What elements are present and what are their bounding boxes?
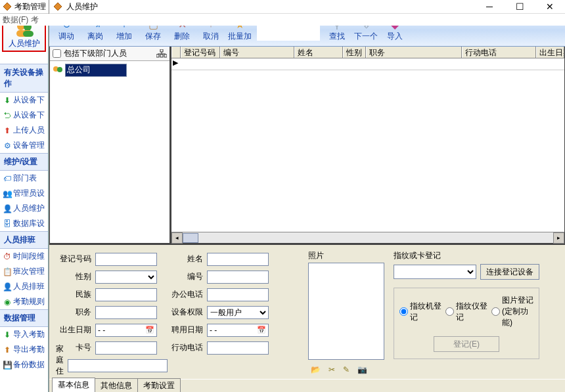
- device-select[interactable]: [394, 265, 476, 279]
- delete-photo-icon[interactable]: ✂: [328, 365, 335, 374]
- form-row: 职务: [56, 303, 168, 321]
- field-input[interactable]: [207, 341, 269, 355]
- grid-column-header[interactable]: 职务: [366, 47, 462, 58]
- tree-root-node[interactable]: 总公司: [53, 64, 167, 77]
- field-input[interactable]: [95, 288, 157, 301]
- camera-icon[interactable]: 📷: [357, 365, 367, 374]
- nav-section-header[interactable]: 有关设备操作: [0, 64, 48, 93]
- nav-item[interactable]: 🏷部门表: [0, 171, 48, 186]
- grid-column-header[interactable]: 性别: [343, 47, 366, 58]
- register-button[interactable]: 登记(E): [434, 336, 499, 352]
- inner-window: 人员维护 ─ ☐ ✕ ↺调动⇥离岗＋增加▢保存✕删除＋取消★批量加⚲查找⇩下一个…: [49, 0, 565, 392]
- detail-tab[interactable]: 基本信息: [52, 378, 95, 392]
- nav-item[interactable]: ⮌从设备下: [0, 108, 48, 123]
- nav-item[interactable]: 🗄数据库设: [0, 216, 48, 231]
- nav-item-icon: 🏷: [3, 174, 12, 183]
- nav-item-icon: ⚙: [3, 141, 12, 150]
- outer-title: 考勤管理: [14, 1, 46, 12]
- form-row: 编号: [168, 268, 299, 286]
- org-chart-icon[interactable]: [156, 49, 167, 58]
- left-nav: 人员维护 有关设备操作⬇从设备下⮌从设备下⬆上传人员⚙设备管理维护/设置🏷部门表…: [0, 26, 49, 392]
- form-row: 性别: [56, 268, 168, 286]
- nav-item[interactable]: ⬇导入考勤: [0, 327, 48, 342]
- nav-item[interactable]: ⬆导出考勤: [0, 342, 48, 357]
- field-input[interactable]: [207, 288, 269, 301]
- nav-item[interactable]: 👤人员排班: [0, 279, 48, 294]
- grid-column-header[interactable]: [171, 47, 181, 58]
- people-icon: [53, 66, 63, 75]
- grid-horizontal-scrollbar[interactable]: ◂ ▸: [171, 232, 564, 243]
- minimize-button[interactable]: ─: [474, 0, 505, 13]
- form-row: 聘用日期 - -📅: [168, 321, 299, 339]
- edit-photo-icon[interactable]: ✎: [343, 365, 350, 374]
- close-button[interactable]: ✕: [535, 0, 565, 13]
- grid-column-header[interactable]: 编号: [220, 47, 295, 58]
- nav-item-icon: 📋: [3, 267, 12, 276]
- field-input[interactable]: [95, 253, 157, 266]
- field-input[interactable]: [95, 306, 157, 319]
- window-titlebar: 人员维护 ─ ☐ ✕: [49, 0, 565, 14]
- field-input[interactable]: [207, 253, 269, 266]
- scroll-right-button[interactable]: ▸: [553, 232, 564, 244]
- outer-menubar[interactable]: 数据(F) 考: [0, 14, 565, 26]
- grid-body[interactable]: [171, 70, 564, 232]
- nav-section-header[interactable]: 人员排班: [0, 231, 48, 249]
- grid-column-header[interactable]: 登记号码: [181, 47, 220, 58]
- scroll-left-button[interactable]: ◂: [171, 232, 183, 244]
- scroll-thumb[interactable]: [183, 233, 198, 243]
- svg-rect-11: [164, 54, 167, 57]
- nav-item[interactable]: 👤人员维护: [0, 201, 48, 216]
- radio-input[interactable]: [399, 307, 408, 316]
- field-label: 行动电话: [168, 342, 207, 353]
- nav-item[interactable]: 👥管理员设: [0, 186, 48, 201]
- nav-big-button-label: 人员维护: [5, 38, 44, 49]
- nav-item[interactable]: 📋班次管理: [0, 264, 48, 279]
- grid-column-header[interactable]: 行动电话: [462, 47, 537, 58]
- nav-section-header[interactable]: 数据管理: [0, 309, 48, 327]
- fp-radio-option[interactable]: 指纹机登记: [399, 295, 441, 328]
- nav-item-icon: 👤: [3, 204, 12, 213]
- nav-item[interactable]: ◉考勤规则: [0, 294, 48, 309]
- grid-column-header[interactable]: 姓名: [294, 47, 342, 58]
- svg-rect-6: [160, 49, 163, 52]
- nav-item[interactable]: ⏱时间段维: [0, 249, 48, 264]
- calendar-icon[interactable]: 📅: [145, 326, 154, 334]
- nav-item[interactable]: ⬆上传人员: [0, 123, 48, 138]
- field-input[interactable]: [68, 359, 168, 372]
- nav-item-label: 考勤规则: [13, 296, 45, 307]
- detail-pane: 登记号码性别民族职务出生日期 - -📅卡号家庭住址 姓名编号办公电话设备权限一般…: [49, 244, 565, 392]
- detail-tab[interactable]: 其他信息: [95, 378, 138, 392]
- radio-input[interactable]: [491, 307, 500, 316]
- nav-item-icon: 💾: [3, 360, 12, 370]
- field-input[interactable]: [207, 271, 269, 284]
- nav-item-label: 从设备下: [13, 110, 45, 121]
- radio-label: 指纹仪登记: [456, 301, 487, 323]
- nav-item[interactable]: ⬇从设备下: [0, 93, 48, 108]
- field-input[interactable]: 一般用户: [207, 306, 269, 319]
- field-input[interactable]: - -📅: [207, 324, 269, 337]
- grid-column-header[interactable]: 出生日期: [536, 47, 564, 58]
- connect-device-button[interactable]: 连接登记设备: [480, 264, 539, 280]
- field-input[interactable]: [95, 271, 157, 284]
- toolbar-label: 下一个: [354, 31, 378, 42]
- detail-tab[interactable]: 考勤设置: [137, 378, 181, 392]
- field-input[interactable]: [95, 341, 157, 355]
- include-sub-checkbox[interactable]: [53, 49, 61, 58]
- open-photo-icon[interactable]: 📂: [311, 365, 321, 374]
- nav-item[interactable]: 💾备份数据: [0, 357, 48, 372]
- photo-box[interactable]: [308, 263, 384, 360]
- field-input[interactable]: - -📅: [95, 324, 157, 337]
- toolbar-label: 增加: [116, 31, 132, 42]
- radio-input[interactable]: [445, 307, 454, 316]
- form-row: 卡号: [56, 339, 168, 357]
- nav-item-label: 时间段维: [13, 251, 45, 262]
- form-row: 姓名: [168, 250, 299, 268]
- field-label: 设备权限: [168, 307, 207, 318]
- fp-radio-option[interactable]: 图片登记(定制功能): [491, 295, 533, 328]
- nav-section-header[interactable]: 维护/设置: [0, 153, 48, 171]
- nav-item-label: 导出考勤: [13, 344, 45, 355]
- maximize-button[interactable]: ☐: [505, 0, 535, 13]
- nav-item[interactable]: ⚙设备管理: [0, 138, 48, 153]
- fp-radio-option[interactable]: 指纹仪登记: [445, 295, 487, 328]
- calendar-icon[interactable]: 📅: [257, 326, 266, 334]
